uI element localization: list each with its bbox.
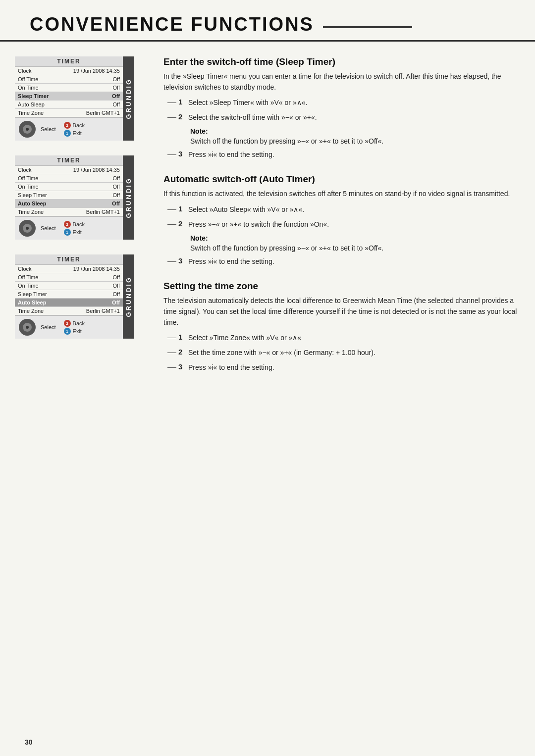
timer-row-ontime-1: On Time Off	[15, 84, 123, 92]
back-row-2: 2 Back	[64, 221, 85, 228]
time-zone-title: Setting the time zone	[163, 281, 520, 292]
timer-row-timezone-2: Time Zone Berlin GMT+1	[15, 208, 123, 216]
auto-timer-step-1: 1 Select »Auto Sleep« with »V« or »∧«.	[178, 204, 520, 215]
joystick-icon-3	[19, 319, 36, 336]
auto-timer-steps: 1 Select »Auto Sleep« with »V« or »∧«. 2…	[163, 204, 520, 267]
back-circle-3: 2	[64, 320, 71, 327]
time-zone-step-1: 1 Select »Time Zone« with »V« or »∧«	[178, 333, 520, 344]
time-zone-step-2: 2 Set the time zone with »−« or »+« (in …	[178, 348, 520, 358]
page: CONVENIENCE FUNCTIONS TIMER Clock 19 /Ju…	[0, 0, 535, 756]
panel-controls-3: Select 2 Back 1 Exit	[15, 315, 123, 339]
timer-table-3: TIMER Clock 19 /Jun 2008 14:35 Off Time …	[15, 254, 123, 339]
timer-row-sleep-2: Sleep Timer Off	[15, 191, 123, 200]
timer-row-offtime-1: Off Time Off	[15, 75, 123, 84]
timer-row-sleep-1: Sleep Timer Off	[15, 92, 123, 101]
page-title: CONVENIENCE FUNCTIONS	[30, 14, 314, 35]
joystick-icon-1	[19, 121, 36, 138]
page-number: 30	[25, 738, 33, 746]
controls-text-1: 2 Back 1 Exit	[64, 122, 85, 137]
select-label-3: Select	[41, 324, 56, 330]
timer-table-1: TIMER Clock 19 /Jun 2008 14:35 Off Time …	[15, 56, 123, 141]
exit-circle-2: 1	[64, 229, 71, 236]
timer-row-sleep-3: Sleep Timer Off	[15, 290, 123, 299]
exit-circle-3: 1	[64, 328, 71, 335]
timer-row-offtime-2: Off Time Off	[15, 174, 123, 183]
back-row-1: 2 Back	[64, 122, 85, 129]
time-zone-steps: 1 Select »Time Zone« with »V« or »∧« 2 S…	[163, 333, 520, 373]
back-circle-2: 2	[64, 221, 71, 228]
timer-row-timezone-1: Time Zone Berlin GMT+1	[15, 109, 123, 117]
sleep-timer-intro: In the »Sleep Timer« menu you can enter …	[163, 71, 520, 93]
clock-value-1: 19 /Jun 2008 14:35	[69, 67, 123, 75]
timer-row-clock-2: Clock 19 /Jun 2008 14:35	[15, 166, 123, 174]
auto-timer-step-2: 2 Press »−« or »+« to switch the functio…	[178, 219, 520, 230]
sleep-timer-step-2: 2 Select the switch-off time with »−« or…	[178, 112, 520, 123]
timer-row-offtime-3: Off Time Off	[15, 273, 123, 282]
timer-panel-3: TIMER Clock 19 /Jun 2008 14:35 Off Time …	[15, 254, 144, 339]
select-label-1: Select	[41, 126, 56, 132]
grundig-side-3: GRUNDIG	[123, 254, 134, 339]
sleep-timer-step-1: 1 Select »Sleep Timer« with »V« or »∧«.	[178, 98, 520, 108]
right-column: Enter the switch-off time (Sleep Timer) …	[159, 56, 520, 387]
timer-header-2: TIMER	[15, 155, 123, 166]
auto-timer-note: Note: Switch off the function by pressin…	[190, 234, 520, 253]
left-column: TIMER Clock 19 /Jun 2008 14:35 Off Time …	[15, 56, 144, 387]
section-auto-timer: Automatic switch-off (Auto Timer) If thi…	[163, 174, 520, 267]
sleep-timer-steps: 1 Select »Sleep Timer« with »V« or »∧«. …	[163, 98, 520, 160]
auto-timer-intro: If this function is activated, the telev…	[163, 189, 520, 200]
timer-row-ontime-2: On Time Off	[15, 183, 123, 191]
timer-header-1: TIMER	[15, 56, 123, 67]
exit-row-1: 1 Exit	[64, 130, 85, 137]
timer-row-clock-3: Clock 19 /Jun 2008 14:35	[15, 265, 123, 273]
controls-text-2: 2 Back 1 Exit	[64, 221, 85, 236]
timer-row-clock-1: Clock 19 /Jun 2008 14:35	[15, 67, 123, 75]
panel-controls-2: Select 2 Back 1 Exit	[15, 216, 123, 240]
time-zone-step-3: 3 Press »i« to end the setting.	[178, 362, 520, 373]
sleep-timer-title: Enter the switch-off time (Sleep Timer)	[163, 56, 520, 67]
sleep-timer-note: Note: Switch off the function by pressin…	[190, 127, 520, 147]
title-underline	[323, 26, 412, 28]
timer-panel-2: TIMER Clock 19 /Jun 2008 14:35 Off Time …	[15, 155, 144, 240]
back-circle-1: 2	[64, 122, 71, 129]
timer-row-autosleep-2: Auto Sleep Off	[15, 200, 123, 208]
timer-panel-1: TIMER Clock 19 /Jun 2008 14:35 Off Time …	[15, 56, 144, 141]
exit-circle-1: 1	[64, 130, 71, 137]
auto-timer-title: Automatic switch-off (Auto Timer)	[163, 174, 520, 185]
exit-row-2: 1 Exit	[64, 229, 85, 236]
section-time-zone: Setting the time zone The television aut…	[163, 281, 520, 373]
time-zone-intro: The television automatically detects the…	[163, 296, 520, 328]
timer-row-ontime-3: On Time Off	[15, 282, 123, 290]
timer-row-timezone-3: Time Zone Berlin GMT+1	[15, 307, 123, 315]
grundig-side-2: GRUNDIG	[123, 155, 134, 240]
panel-controls-1: Select 2 Back 1 Exit	[15, 117, 123, 141]
exit-row-3: 1 Exit	[64, 328, 85, 335]
controls-text-3: 2 Back 1 Exit	[64, 320, 85, 335]
auto-timer-step-3: 3 Press »i« to end the setting.	[178, 256, 520, 267]
content-area: TIMER Clock 19 /Jun 2008 14:35 Off Time …	[0, 56, 535, 402]
timer-table-2: TIMER Clock 19 /Jun 2008 14:35 Off Time …	[15, 155, 123, 240]
timer-row-autosleep-3: Auto Sleep Off	[15, 299, 123, 307]
clock-label-1: Clock	[15, 67, 69, 75]
timer-row-autosleep-1: Auto Sleep Off	[15, 101, 123, 109]
back-row-3: 2 Back	[64, 320, 85, 327]
select-label-2: Select	[41, 225, 56, 231]
joystick-icon-2	[19, 220, 36, 237]
timer-header-3: TIMER	[15, 254, 123, 265]
page-header: CONVENIENCE FUNCTIONS	[0, 0, 535, 42]
grundig-side-1: GRUNDIG	[123, 56, 134, 141]
sleep-timer-step-3: 3 Press »i« to end the setting.	[178, 150, 520, 160]
section-sleep-timer: Enter the switch-off time (Sleep Timer) …	[163, 56, 520, 160]
